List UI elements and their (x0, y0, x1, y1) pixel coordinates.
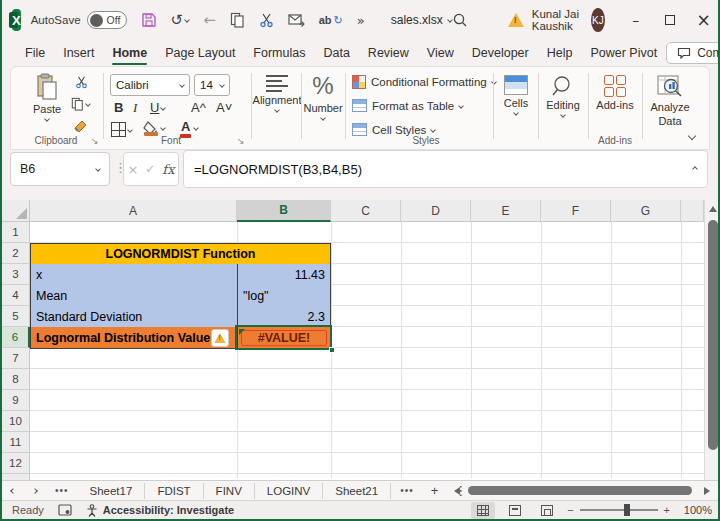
select-all-corner[interactable] (2, 200, 30, 222)
accessibility-status[interactable]: Accessibility: Investigate (86, 504, 234, 517)
search-button[interactable] (452, 12, 468, 28)
cancel-icon[interactable]: × (127, 162, 138, 177)
cell-a2-title[interactable]: LOGNORMDIST Function (30, 243, 331, 265)
alignment-button[interactable]: Alignment (256, 75, 298, 112)
prev-sheet-button[interactable] (2, 489, 24, 493)
sheet-tab-fdist[interactable]: FDIST (145, 483, 203, 499)
close-button[interactable]: × (687, 3, 720, 37)
new-sheet-button[interactable]: + (423, 483, 447, 498)
back-button[interactable]: ← (203, 11, 216, 29)
editing-button[interactable]: Editing (542, 75, 584, 117)
undo-button[interactable]: ↺ (171, 11, 190, 29)
row-header-8[interactable]: 8 (2, 369, 30, 390)
collapse-ribbon-chevron-icon[interactable] (688, 132, 696, 140)
column-header-b[interactable]: B (237, 200, 331, 222)
row-header-3[interactable]: 3 (2, 264, 30, 285)
vertical-scrollbar[interactable] (704, 200, 720, 480)
horizontal-scrollbar[interactable] (452, 484, 716, 498)
tab-help[interactable]: Help (538, 42, 582, 64)
column-header-d[interactable]: D (401, 200, 471, 222)
cut-button[interactable] (259, 12, 274, 28)
comments-button[interactable]: Comments (666, 42, 720, 64)
tab-page-layout[interactable]: Page Layout (156, 42, 244, 64)
qat-overflow-button[interactable]: » (357, 13, 365, 28)
name-box[interactable]: B6 (10, 152, 110, 186)
conditional-formatting-button[interactable]: Conditional Formatting (352, 75, 496, 89)
tab-power-pivot[interactable]: Power Pivot (581, 42, 666, 64)
normal-view-button[interactable] (471, 502, 495, 519)
zoom-out-icon[interactable]: − (567, 504, 573, 516)
analyze-data-button[interactable]: Analyze Data (647, 75, 693, 127)
vertical-scroll-thumb[interactable] (708, 220, 718, 450)
macro-record-icon[interactable] (58, 504, 72, 516)
fill-handle[interactable] (329, 347, 335, 353)
format-as-table-button[interactable]: Format as Table (352, 99, 463, 112)
add-ins-button[interactable]: Add-ins (594, 75, 636, 111)
column-header-g[interactable]: G (611, 200, 681, 222)
column-header-e[interactable]: E (471, 200, 541, 222)
sheet-tab-sheet17[interactable]: Sheet17 (78, 483, 146, 499)
fill-color-button[interactable] (143, 121, 165, 135)
minimize-button[interactable]: – (619, 3, 653, 37)
active-cell-selection[interactable] (235, 325, 332, 350)
column-header-f[interactable]: F (541, 200, 611, 222)
italic-button[interactable]: I (133, 100, 137, 116)
expand-formula-bar-icon[interactable] (692, 166, 698, 172)
paste-button[interactable]: Paste (25, 73, 69, 121)
cell-a4[interactable]: Mean (30, 285, 238, 307)
decrease-font-button[interactable]: A˅ (216, 100, 232, 115)
tab-file[interactable]: File (16, 42, 54, 64)
tab-view[interactable]: View (418, 42, 463, 64)
zoom-track[interactable] (580, 509, 658, 511)
cell-a3[interactable]: x (30, 264, 238, 286)
zoom-slider[interactable]: − + (567, 504, 670, 516)
row-header-5[interactable]: 5 (2, 306, 30, 327)
tab-home[interactable]: Home (103, 42, 156, 64)
enter-icon[interactable]: ✓ (145, 162, 155, 176)
row-header-12[interactable]: 12 (2, 453, 30, 474)
zoom-thumb[interactable] (624, 504, 630, 516)
scroll-left-arrow-icon[interactable] (454, 487, 460, 495)
cell-b4[interactable]: "log" (237, 285, 331, 307)
column-header-a[interactable]: A (30, 200, 237, 222)
row-header-2[interactable]: 2 (2, 243, 30, 264)
document-title[interactable]: sales.xlsx (391, 13, 452, 27)
cell-b3[interactable]: 11.43 (237, 264, 331, 286)
row-header-1[interactable]: 1 (2, 222, 30, 243)
row-header-7[interactable]: 7 (2, 348, 30, 369)
page-break-view-button[interactable] (535, 502, 559, 519)
account-area[interactable]: Kunal Jai Kaushik KJ (508, 8, 605, 32)
maximize-button[interactable] (653, 3, 687, 37)
page-layout-view-button[interactable] (503, 502, 527, 519)
row-header-9[interactable]: 9 (2, 390, 30, 411)
scroll-right-arrow-icon[interactable] (704, 487, 710, 495)
tab-insert[interactable]: Insert (54, 42, 103, 64)
font-dialog-launcher-icon[interactable]: ↘ (237, 136, 245, 146)
tab-formulas[interactable]: Formulas (244, 42, 314, 64)
email-button[interactable] (288, 13, 305, 27)
error-trace-button[interactable] (211, 329, 229, 347)
zoom-level[interactable]: 100% (678, 504, 712, 516)
copy-button[interactable] (230, 12, 245, 28)
next-sheet-button[interactable] (24, 489, 46, 493)
zoom-in-icon[interactable]: + (664, 504, 670, 516)
tab-developer[interactable]: Developer (463, 42, 538, 64)
insert-function-icon[interactable]: fx (162, 162, 174, 177)
column-header-c[interactable]: C (331, 200, 401, 222)
cell-a6[interactable]: Lognormal Distribution Value (30, 327, 238, 349)
font-name-combo[interactable]: Calibri (110, 74, 190, 96)
font-size-combo[interactable]: 14 (194, 74, 230, 96)
cut-small-button[interactable] (75, 75, 88, 89)
autosave-switch[interactable]: Off (87, 11, 127, 29)
cell-a5[interactable]: Standard Deviation (30, 306, 238, 328)
formula-input[interactable]: =LOGNORMDIST(B3,B4,B5) (183, 150, 708, 188)
copy-small-button[interactable] (71, 97, 90, 111)
bold-button[interactable]: B (114, 100, 123, 115)
underline-button[interactable]: U (150, 100, 165, 115)
horizontal-scroll-thumb[interactable] (468, 486, 692, 495)
cells-button[interactable]: Cells (498, 75, 534, 115)
borders-button[interactable] (111, 122, 132, 137)
increase-font-button[interactable]: A^ (191, 100, 206, 115)
column-header-partial[interactable] (681, 200, 704, 222)
spelling-button[interactable]: ab ↻ (319, 14, 343, 27)
